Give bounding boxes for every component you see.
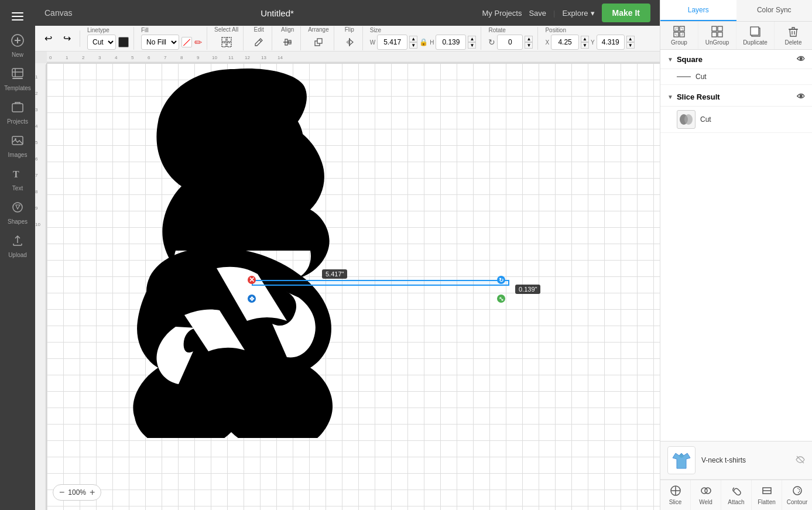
selection-handle-scale[interactable]: ⤡ — [497, 295, 505, 303]
preview-row: V-neck t-shirts — [660, 441, 812, 480]
zoom-value: 100% — [68, 488, 86, 497]
make-it-button[interactable]: Make It — [602, 4, 650, 22]
position-y-down[interactable]: ▼ — [626, 42, 635, 49]
slice-icon — [670, 485, 681, 497]
zoom-out-button[interactable]: − — [59, 487, 64, 498]
tab-color-sync[interactable]: Color Sync — [736, 0, 813, 21]
position-x-up[interactable]: ▲ — [581, 36, 589, 42]
arrange-group: Arrange — [308, 26, 334, 50]
linetype-select[interactable]: Cut — [87, 35, 116, 50]
size-w-down[interactable]: ▼ — [409, 42, 417, 49]
slice-result-arrow-icon[interactable]: ▼ — [667, 94, 673, 100]
ungroup-button[interactable]: UnGroup — [698, 22, 736, 49]
size-h-input[interactable] — [436, 35, 466, 50]
rotate-up[interactable]: ▲ — [525, 36, 533, 42]
group-button[interactable]: Group — [660, 22, 698, 49]
flip-button[interactable] — [341, 34, 358, 50]
fill-color-swatch[interactable] — [181, 37, 192, 47]
svg-text:0: 0 — [49, 55, 52, 60]
svg-rect-0 — [12, 12, 23, 13]
edit-label: Edit — [254, 26, 264, 33]
slice-result-eye-icon[interactable]: 👁 — [797, 92, 805, 101]
svg-rect-59 — [718, 26, 722, 31]
rotate-down[interactable]: ▼ — [525, 42, 533, 49]
sidebar-item-upload[interactable]: Upload — [1, 231, 34, 262]
linetype-color-swatch[interactable] — [118, 37, 129, 47]
svg-rect-61 — [718, 32, 722, 37]
svg-rect-6 — [12, 69, 23, 77]
align-label: Align — [281, 26, 294, 33]
svg-point-71 — [705, 488, 711, 494]
contour-action-btn[interactable]: Contour — [782, 480, 812, 510]
weld-action-btn[interactable]: Weld — [691, 480, 721, 510]
position-group: Position X ▲ ▼ Y ▲ ▼ — [545, 27, 639, 50]
square-arrow-icon[interactable]: ▼ — [667, 56, 673, 63]
explore-button[interactable]: Explore ▾ — [562, 9, 594, 18]
canvas-container[interactable]: 0 1 2 3 4 5 6 7 8 9 10 11 12 13 14 1 — [35, 52, 660, 510]
rotate-input[interactable] — [497, 35, 523, 50]
size-w-up[interactable]: ▲ — [409, 36, 417, 42]
position-x-input[interactable] — [551, 35, 579, 50]
zoom-in-button[interactable]: + — [90, 487, 95, 498]
size-h-down[interactable]: ▼ — [468, 42, 476, 49]
svg-rect-9 — [12, 78, 23, 79]
undo-button[interactable]: ↩ — [40, 30, 56, 47]
layers-content: ▼ Square 👁 Cut ▼ Slice Result 👁 Cut — [660, 50, 812, 441]
position-y-up[interactable]: ▲ — [626, 36, 635, 42]
edit-button[interactable] — [251, 34, 267, 50]
sidebar-item-shapes[interactable]: Shapes — [1, 197, 34, 228]
sidebar-item-projects[interactable]: Projects — [1, 97, 34, 128]
preview-hide-icon[interactable] — [796, 455, 805, 466]
fill-select[interactable]: No Fill — [141, 35, 179, 50]
sidebar-item-text[interactable]: T Text — [1, 164, 34, 195]
flatten-action-btn[interactable]: Flatten — [752, 480, 782, 510]
position-x-down[interactable]: ▼ — [581, 42, 589, 49]
weld-icon — [700, 485, 712, 497]
images-icon — [11, 134, 24, 150]
main-area: Canvas Untitled* My Projects Save | Expl… — [35, 0, 660, 510]
attach-action-btn[interactable]: Attach — [721, 480, 752, 510]
delete-button[interactable]: Delete — [775, 22, 812, 49]
svg-text:1: 1 — [35, 74, 38, 80]
fill-pencil-icon[interactable]: ✏ — [194, 37, 202, 48]
selection-handle-rotate[interactable]: ↻ — [497, 276, 505, 284]
preview-label: V-neck t-shirts — [701, 456, 790, 464]
redo-button[interactable]: ↪ — [59, 30, 75, 47]
upload-icon — [11, 234, 24, 250]
svg-rect-55 — [674, 32, 679, 37]
menu-button[interactable] — [6, 5, 29, 28]
select-all-button[interactable] — [218, 34, 235, 50]
svg-text:4: 4 — [35, 124, 38, 129]
lock-icon[interactable]: 🔒 — [419, 38, 428, 46]
sidebar-item-images[interactable]: Images — [1, 131, 34, 162]
bottom-actions: Slice Weld Attach Flatten — [660, 480, 812, 510]
my-projects-link[interactable]: My Projects — [482, 9, 522, 18]
svg-marker-15 — [16, 205, 20, 209]
position-y-input[interactable] — [597, 35, 625, 50]
align-button[interactable] — [279, 34, 296, 50]
sidebar-projects-label: Projects — [7, 118, 28, 125]
sidebar-templates-label: Templates — [4, 85, 31, 91]
tab-layers[interactable]: Layers — [660, 0, 736, 21]
arrange-button[interactable] — [310, 34, 327, 50]
flatten-label: Flatten — [758, 499, 776, 505]
svg-text:3: 3 — [35, 107, 38, 112]
svg-text:8: 8 — [35, 189, 38, 194]
svg-rect-16 — [222, 37, 226, 42]
slice-result-title: Slice Result — [677, 93, 793, 101]
selection-handle-move[interactable]: ✥ — [248, 295, 256, 303]
shapes-icon — [11, 201, 24, 217]
sidebar-item-new[interactable]: New — [1, 30, 34, 61]
size-h-up[interactable]: ▲ — [468, 36, 476, 42]
duplicate-button[interactable]: Duplicate — [736, 22, 775, 49]
svg-rect-10 — [12, 104, 23, 112]
design-svg — [88, 57, 381, 438]
save-link[interactable]: Save — [529, 9, 546, 18]
selection-box[interactable] — [252, 280, 509, 286]
undo-redo-group: ↩ ↪ — [40, 30, 80, 47]
square-eye-icon[interactable]: 👁 — [797, 54, 805, 64]
sidebar-item-templates[interactable]: Templates — [1, 64, 34, 95]
size-w-input[interactable] — [377, 35, 407, 50]
selection-handle-delete[interactable]: ✕ — [248, 276, 256, 284]
slice-action-btn[interactable]: Slice — [660, 480, 691, 510]
